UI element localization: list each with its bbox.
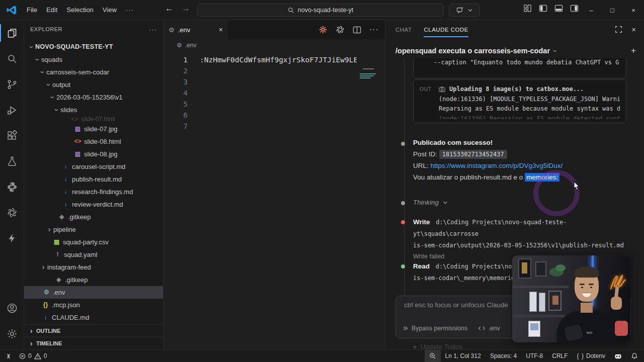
cursor-position[interactable]: Ln 1, Col 312 [441,350,486,362]
tree-item[interactable]: ↓carousel-script.md [24,160,163,173]
copilot-status[interactable] [610,350,626,362]
csv-file-icon: ▦ [52,236,61,248]
activity-lightning[interactable] [0,225,24,251]
tab-env[interactable]: ⚙ .env × [164,20,228,39]
notifications-bell[interactable] [626,350,644,362]
tree-item[interactable]: !squad.yaml [24,248,163,261]
new-session-button[interactable]: + [631,46,636,56]
expand-icon[interactable] [615,26,622,33]
chevron-down-icon[interactable]: › [551,50,559,52]
extensions-icon [6,130,18,142]
tree-item[interactable]: ▦squad-party.csv [24,236,163,248]
tree-item[interactable]: ▨slide-08.jpg [24,148,163,160]
instagram-link[interactable]: https://www.instagram.com/p/DVg3vg5lDux/ [431,162,563,169]
copilot-robot-icon [614,353,622,359]
tree-item[interactable]: ›2026-03-05-152356\v1 [24,91,163,104]
tree-item[interactable]: <>slide-08.html [24,135,163,148]
context-file-chip[interactable]: .env [478,325,500,332]
code-area[interactable]: 1234567 :NzHmwF0dCdWfsmHf9gxjrSkoF7JTJiE… [164,51,385,349]
customize-layout-icon[interactable] [523,4,532,13]
copilot-chat-button[interactable] [449,4,480,17]
activity-extensions[interactable] [0,123,24,148]
webcam-watermark: lem [587,331,592,334]
tree-item[interactable]: ◈.gitkeep [24,211,163,223]
tree-item[interactable]: ↓research-findings.md [24,186,163,198]
menu-selection[interactable]: Selection [62,4,98,17]
tree-item[interactable]: ›carrosseis-sem-codar [24,66,163,78]
activity-explorer[interactable] [0,20,24,46]
toggle-secondary-sidebar-icon[interactable] [570,4,579,13]
stop-button[interactable] [615,321,628,336]
problems-indicator[interactable]: 0 0 [19,352,47,359]
activity-settings[interactable] [0,321,24,346]
activity-run-debug[interactable] [0,97,24,123]
vscode-window: File Edit Selection View ··· ← → novo-sq… [0,0,644,362]
tree-item-label: .gitkeep [68,211,91,223]
activity-python[interactable] [0,174,24,200]
minimize-button[interactable]: – [581,0,602,20]
tab-chat[interactable]: CHAT [395,20,412,39]
outline-section[interactable]: › OUTLINE [24,324,163,337]
tree-item[interactable]: ◈.gitkeep [24,274,163,286]
remote-indicator-icon[interactable] [5,353,12,359]
bypass-permissions-toggle[interactable]: Bypass permissions [403,325,467,332]
forward-button[interactable]: → [182,4,190,14]
tree-item[interactable]: ↓CLAUDE.md [24,311,163,324]
openai-icon[interactable] [336,25,345,34]
tree-item[interactable]: {}.mcp.json [24,299,163,311]
close-button[interactable]: × [623,0,644,20]
search-value: novo-squad-teste-yt [298,7,353,14]
menu-overflow-button[interactable]: ··· [121,6,138,14]
indentation-setting[interactable]: Spaces: 4 [486,350,521,362]
menu-edit[interactable]: Edit [42,4,62,17]
toggle-primary-sidebar-icon[interactable] [539,4,547,13]
claude-starburst-icon[interactable] [318,25,328,34]
editor-more-button[interactable]: ··· [369,25,379,34]
activity-testing[interactable] [0,148,24,174]
tree-item[interactable]: ↓review-verdict.md [24,198,163,211]
back-button[interactable]: ← [165,4,174,14]
tree-item[interactable]: ›NOVO-SQUAD-TESTE-YT [24,41,163,53]
gear-file-icon: ⚙ [169,26,175,34]
write-path-1: d:\Coding Projects\novo-squad-teste-yt\s… [413,219,567,237]
tree-item[interactable]: ▨slide-07.jpg [24,123,163,135]
language-mode[interactable]: { } Dotenv [573,350,610,362]
activity-account[interactable] [0,295,24,321]
tree-item[interactable]: <>slide-07.html [24,116,163,123]
timeline-section[interactable]: › TIMELINE [24,337,163,349]
tree-item[interactable]: ›instagram-feed [24,261,163,274]
chevron-right-icon: › [28,327,34,335]
tree-item[interactable]: ↓publish-result.md [24,173,163,186]
editor-tab-bar: ⚙ .env × ··· [164,20,385,39]
menu-file[interactable]: File [22,4,42,17]
tree-item[interactable]: ›squads [24,53,163,66]
minimap[interactable] [358,51,383,349]
eol-setting[interactable]: CRLF [547,350,572,362]
encoding-setting[interactable]: UTF-8 [521,350,547,362]
tree-item[interactable]: ›slides [24,104,163,116]
post-id-value[interactable]: 18153302713452437 [439,150,507,159]
tree-item[interactable]: ⚙.env [24,286,163,299]
activity-source-control[interactable] [0,71,24,97]
explorer-more-button[interactable]: ··· [149,26,157,33]
tab-close-icon[interactable]: × [219,26,223,34]
close-panel-icon[interactable]: × [631,25,636,34]
toggle-panel-icon[interactable] [554,4,563,13]
breadcrumb[interactable]: ⚙ .env [164,39,385,51]
split-editor-icon[interactable] [353,26,361,34]
tree-item[interactable]: ›pipeline [24,223,163,236]
chevron-icon: › [50,106,63,114]
tab-claude-code[interactable]: CLAUDE CODE [424,20,468,39]
zoom-indicator[interactable] [425,350,441,362]
read-bullet [401,264,405,268]
maximize-button[interactable]: □ [602,0,623,20]
session-title[interactable]: /opensquad executa o carrosseis-sem-coda… [395,47,550,55]
activity-search[interactable] [0,46,24,71]
write-bullet [401,220,405,224]
activity-openai[interactable] [0,200,24,225]
thinking-row[interactable]: Thinking [413,199,626,206]
warning-icon [34,353,41,359]
tree-item[interactable]: ›output [24,78,163,91]
command-center-search[interactable]: novo-squad-teste-yt [197,4,444,17]
menu-view[interactable]: View [98,4,121,17]
